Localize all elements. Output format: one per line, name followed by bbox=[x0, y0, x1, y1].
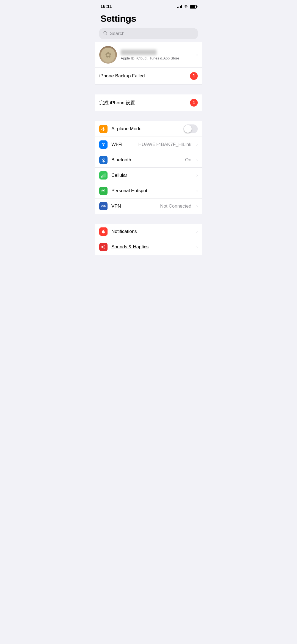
sounds-icon bbox=[99, 243, 108, 251]
profile-subtitle: Apple ID, iCloud, iTunes & App Store bbox=[121, 56, 193, 60]
cellular-chevron: › bbox=[196, 173, 198, 178]
profile-chevron: › bbox=[196, 52, 198, 57]
svg-rect-4 bbox=[104, 174, 104, 178]
hotspot-label: Personal Hotspot bbox=[111, 188, 193, 194]
airplane-mode-icon bbox=[99, 125, 108, 133]
notifications-group: Notifications › Sounds & Haptics › bbox=[95, 224, 202, 255]
sounds-chevron: › bbox=[196, 244, 198, 249]
wifi-icon bbox=[99, 140, 108, 149]
avatar bbox=[99, 46, 117, 64]
bluetooth-icon bbox=[99, 156, 108, 164]
cellular-label: Cellular bbox=[111, 173, 193, 178]
status-icons bbox=[177, 5, 197, 9]
section-gap-1 bbox=[95, 85, 202, 94]
backup-alert-text: iPhone Backup Failed bbox=[99, 73, 145, 79]
bluetooth-chevron: › bbox=[196, 157, 198, 162]
page-title: Settings bbox=[100, 13, 197, 24]
backup-alert-row[interactable]: iPhone Backup Failed 1 bbox=[95, 68, 202, 85]
notifications-icon bbox=[99, 227, 108, 236]
svg-point-7 bbox=[104, 230, 105, 231]
cellular-row[interactable]: Cellular › bbox=[95, 168, 202, 183]
svg-point-6 bbox=[103, 190, 104, 191]
profile-info: Apple ID, iCloud, iTunes & App Store bbox=[121, 50, 193, 60]
wifi-label: Wi-Fi bbox=[111, 142, 134, 147]
section-gap-3 bbox=[95, 214, 202, 224]
bluetooth-row[interactable]: Bluetooth On › bbox=[95, 152, 202, 168]
hotspot-icon bbox=[99, 187, 108, 195]
notifications-row[interactable]: Notifications › bbox=[95, 224, 202, 239]
wifi-value: HUAWEI-4BAK7F_HiLink bbox=[138, 142, 191, 147]
vpn-label: VPN bbox=[111, 203, 156, 209]
section-gap-2 bbox=[95, 111, 202, 121]
search-bar[interactable]: Search bbox=[99, 28, 198, 39]
airplane-mode-row[interactable]: Airplane Mode bbox=[95, 121, 202, 137]
cellular-icon bbox=[99, 171, 108, 180]
page-title-section: Settings bbox=[95, 11, 202, 27]
svg-rect-2 bbox=[101, 176, 102, 177]
profile-row[interactable]: Apple ID, iCloud, iTunes & App Store › bbox=[95, 42, 202, 68]
sounds-label: Sounds & Haptics bbox=[111, 244, 193, 250]
notifications-label: Notifications bbox=[111, 229, 193, 234]
svg-rect-5 bbox=[105, 173, 105, 178]
bluetooth-value: On bbox=[185, 157, 191, 163]
notifications-chevron: › bbox=[196, 229, 198, 234]
svg-line-1 bbox=[106, 34, 107, 35]
wifi-chevron: › bbox=[196, 142, 198, 147]
signal-icon bbox=[177, 5, 182, 8]
status-time: 16:11 bbox=[100, 4, 112, 9]
wifi-row[interactable]: Wi-Fi HUAWEI-4BAK7F_HiLink › bbox=[95, 137, 202, 152]
vpn-row[interactable]: VPN VPN Not Connected › bbox=[95, 199, 202, 214]
personal-hotspot-row[interactable]: Personal Hotspot › bbox=[95, 183, 202, 199]
bluetooth-label: Bluetooth bbox=[111, 157, 181, 163]
vpn-chevron: › bbox=[196, 204, 198, 209]
setup-badge: 1 bbox=[190, 99, 198, 107]
status-bar: 16:11 bbox=[95, 0, 202, 11]
wifi-status-icon bbox=[184, 5, 188, 8]
svg-rect-3 bbox=[103, 175, 103, 178]
search-container: Search bbox=[95, 27, 202, 42]
vpn-icon: VPN bbox=[99, 202, 108, 210]
airplane-mode-label: Airplane Mode bbox=[111, 126, 180, 132]
battery-icon bbox=[190, 5, 197, 9]
connectivity-group: Airplane Mode Wi-Fi HUAWEI-4BAK7F_HiLink… bbox=[95, 121, 202, 214]
backup-badge: 1 bbox=[190, 72, 198, 80]
profile-name-blurred bbox=[121, 50, 156, 55]
sounds-row[interactable]: Sounds & Haptics › bbox=[95, 239, 202, 255]
hotspot-chevron: › bbox=[196, 188, 198, 193]
vpn-value: Not Connected bbox=[160, 203, 191, 209]
profile-section: Apple ID, iCloud, iTunes & App Store › i… bbox=[95, 42, 202, 85]
setup-alert-row[interactable]: 完成 iPhone 设置 1 bbox=[95, 94, 202, 111]
airplane-mode-toggle[interactable] bbox=[183, 124, 198, 133]
setup-alert-text: 完成 iPhone 设置 bbox=[99, 100, 135, 106]
search-placeholder: Search bbox=[110, 31, 125, 36]
search-icon bbox=[103, 31, 108, 36]
setup-section: 完成 iPhone 设置 1 bbox=[95, 94, 202, 111]
